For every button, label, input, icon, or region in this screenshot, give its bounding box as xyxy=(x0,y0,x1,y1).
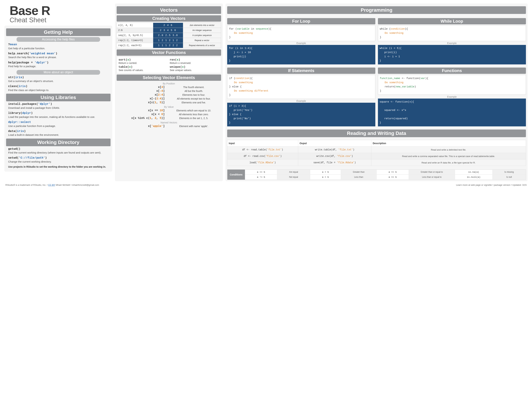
sort-code: sort(x) xyxy=(119,58,168,61)
while-example-label: Example xyxy=(378,42,526,45)
cc-by-link[interactable]: CC BY xyxy=(48,184,55,186)
namespace-entry: dplyr::select Use a particular function … xyxy=(8,120,108,128)
cond-code: a <= b xyxy=(377,175,409,180)
functions-head: Functions xyxy=(378,67,526,74)
sel-pos-row: x[4]The fourth element. xyxy=(117,86,221,89)
footer-left: RStudio® is a trademark of RStudio, Inc.… xyxy=(5,184,99,186)
wd-note: Use projects in RStudio to set the worki… xyxy=(8,165,108,169)
cond-desc: Is null xyxy=(493,175,526,180)
vector-row: seq(2, 3, by=0.5)2.0 2.5 3.0A complex se… xyxy=(117,33,221,38)
sel-named-row: x['apple'] Element with name 'apple'. xyxy=(117,125,221,128)
rw-table: Input Ouput Description df <- read.table… xyxy=(227,140,526,166)
programming-head: Programming xyxy=(227,6,526,14)
fn-example-code: square <- function(x){ squared <- x*x re… xyxy=(378,98,526,126)
footer-right: Learn more at web page or vignette • pac… xyxy=(456,184,527,186)
title-block: Base R Cheat Sheet xyxy=(4,3,112,26)
if-template: if (condition){ Do something } else { Do… xyxy=(227,75,375,99)
vector-row: 2:62 3 4 5 6An integer sequence xyxy=(117,28,221,33)
vector-row: rep(1:2, each=3)1 1 1 2 2 2Repeat elemen… xyxy=(117,43,221,48)
unique-code: unique(x) xyxy=(170,66,219,69)
cond-code: is.null(a) xyxy=(455,175,493,180)
while-loop-template: while (condition){ Do something } xyxy=(378,25,526,41)
class-entry: class(iris) Find the class an object bel… xyxy=(8,85,108,92)
rw-th-input: Input xyxy=(227,140,298,147)
sort-desc: Return x sorted. xyxy=(119,61,168,64)
working-directory-head: Working Directory xyxy=(6,139,111,146)
vector-row: c(2, 4, 6)2 4 6Join elements into a vect… xyxy=(117,23,221,28)
cond-code: a != b xyxy=(245,175,277,180)
cond-code: a == b xyxy=(245,170,277,175)
col-right: Programming For Loop for (variable in se… xyxy=(225,3,528,181)
rev-desc: Return x reversed. xyxy=(170,61,219,64)
vector-functions-box: sort(x) Return x sorted. table(x) See co… xyxy=(117,57,221,73)
creating-vectors-table: c(2, 4, 6)2 4 6Join elements into a vect… xyxy=(117,23,221,48)
footer: RStudio® is a trademark of RStudio, Inc.… xyxy=(4,184,528,186)
by-value-label: By Value xyxy=(117,105,221,108)
rw-row: load('file.RData')save(df, file = 'file.… xyxy=(227,160,526,166)
named-vectors-label: Named Vectors xyxy=(117,121,221,124)
rw-row: df <- read.csv('file.csv')write.csv(df, … xyxy=(227,153,526,160)
sel-pos-row: x[-4]All but the fourth. xyxy=(117,89,221,93)
using-libraries-head: Using Libraries xyxy=(6,94,111,101)
cond-desc: Is missing xyxy=(493,170,526,175)
by-position-label: By Position xyxy=(117,82,221,85)
rw-row: df <- read.table('file.txt')write.table(… xyxy=(227,147,526,153)
unique-desc: See unique values. xyxy=(170,69,219,72)
selecting-elements-head: Selecting Vector Elements xyxy=(117,75,221,81)
fn-example-label: Example xyxy=(378,96,526,98)
page: Base R Cheat Sheet Getting Help Accessin… xyxy=(4,3,528,181)
if-head: If Statements xyxy=(227,67,375,74)
vectors-head: Vectors xyxy=(117,6,221,14)
getwd-entry: getwd() Find the current working directo… xyxy=(8,147,108,155)
str-entry: str(iris) Get a summary of an object's s… xyxy=(8,76,108,83)
rw-th-desc: Description xyxy=(371,140,526,147)
cond-desc: Less than or equal to xyxy=(409,175,455,180)
sel-pos-row: x[2:4]Elements two to four. xyxy=(117,93,221,96)
sel-val-row: x[x == 10]Elements which are equal to 10… xyxy=(117,109,221,112)
while-loop-head: While Loop xyxy=(378,18,526,24)
rw-th-output: Ouput xyxy=(298,140,371,147)
creating-vectors-head: Creating Vectors xyxy=(117,15,221,22)
if-example-label: Example xyxy=(227,100,375,102)
install-packages: install.packages('dplyr') Download and i… xyxy=(8,102,108,110)
accessing-help-sub: Accessing the help files xyxy=(17,37,100,42)
sel-pos-row: x[-(2:4)]All elements except two to four… xyxy=(117,97,221,100)
cond-desc: Less than xyxy=(341,175,377,180)
cond-desc: Greater than or equal to xyxy=(409,170,455,175)
cond-code: a < b xyxy=(310,175,341,180)
while-example-code: while (i < 5){ print(i) i <- i + 1 } xyxy=(378,45,526,64)
table-code: table(x) xyxy=(119,66,168,69)
vector-functions-head: Vector Functions xyxy=(117,49,221,56)
conditions-box: Conditions a == bAre equala > bGreater t… xyxy=(227,169,526,180)
cond-desc: Not equal xyxy=(277,175,310,180)
sel-pos-row: x[c(1, 5)]Elements one and fve. xyxy=(117,101,221,104)
cond-code: is.na(a) xyxy=(455,170,493,175)
rev-code: rev(x) xyxy=(170,58,219,61)
rw-head: Reading and Writing Data xyxy=(227,130,526,137)
function-template: function_name <- function(var){ Do somet… xyxy=(378,75,526,95)
for-loop-head: For Loop xyxy=(227,18,375,24)
if-example-code: if (i > 3){ print('Yes') } else { print(… xyxy=(227,103,375,126)
for-loop-template: for (variable in sequence){ Do something… xyxy=(227,25,375,41)
sel-val-row: x[x < 0]All elements less than zero. xyxy=(117,113,221,116)
col-vectors: Vectors Creating Vectors c(2, 4, 6)2 4 6… xyxy=(115,3,223,181)
library-entry: library(dplyr) Load the package into the… xyxy=(8,111,108,119)
page-title: Base R xyxy=(10,3,112,18)
sel-val-row: x[x %in% c(1, 2, 5)]Elements in the set … xyxy=(117,117,221,120)
cond-desc: Are equal xyxy=(277,170,310,175)
cond-code: a > b xyxy=(310,170,341,175)
data-entry: data(iris) Load a built-in dataset into … xyxy=(8,130,108,137)
more-about-object-sub: More about an object xyxy=(17,70,100,75)
page-subtitle: Cheat Sheet xyxy=(10,16,112,24)
conditions-label: Conditions xyxy=(227,170,245,180)
help-qmark: ?mean Get help of a particular function. xyxy=(8,43,108,50)
col-left: Base R Cheat Sheet Getting Help Accessin… xyxy=(4,3,112,181)
cond-desc: Greater than xyxy=(341,170,377,175)
vector-row: rep(1:2, times=3)1 2 1 2 1 2Repeat a vec… xyxy=(117,38,221,43)
setwd-entry: setwd('C://file/path') Change the curren… xyxy=(8,156,108,163)
table-desc: See counts of values. xyxy=(119,69,168,72)
help-search: help.search('weighted mean') Search the … xyxy=(8,52,108,59)
for-example-code: for (i in 1:4){ j <- i + 10 print(j) } xyxy=(227,45,375,64)
getting-help-head: Getting Help xyxy=(6,28,111,36)
cond-code: a >= b xyxy=(377,170,409,175)
